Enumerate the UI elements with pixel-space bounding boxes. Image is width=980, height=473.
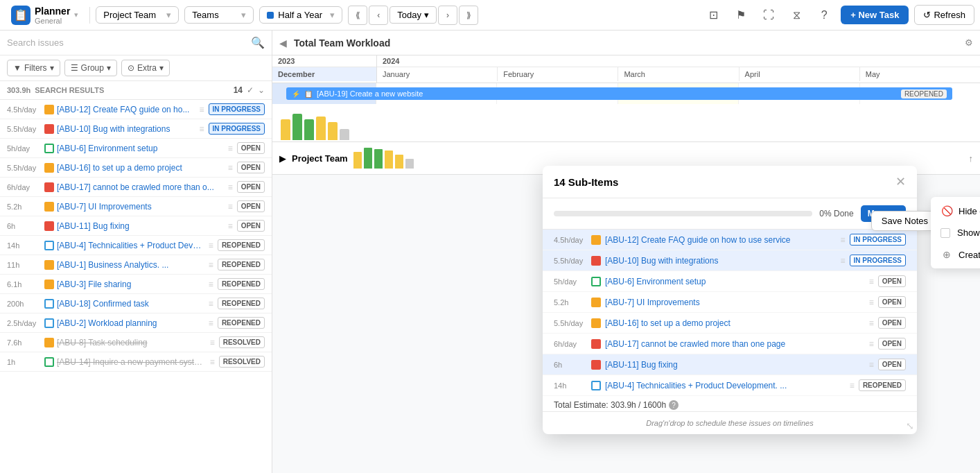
extra-icon: ⊙ — [128, 63, 134, 73]
task-title: [ABU-17] cannot be crawled more than o..… — [57, 182, 225, 192]
context-hide-closed[interactable]: 🚫 Hide closed — [931, 200, 980, 222]
task-time: 5.2h — [7, 203, 42, 211]
task-item[interactable]: 5.5h/day [ABU-16] to set up a demo proje… — [0, 158, 272, 178]
project-team-arrow[interactable]: ▶ — [279, 153, 286, 164]
new-task-button[interactable]: + New Task — [841, 6, 909, 24]
gantt-task-bar[interactable]: ⚡ 📋 [ABU-19] Create a new website REOPEN… — [286, 87, 952, 100]
search-icon[interactable]: 🔍 — [251, 36, 265, 49]
group-label: Group — [81, 63, 104, 73]
hide-closed-label: Hide closed — [959, 206, 980, 216]
drag-handle-icon: ≡ — [209, 241, 213, 250]
modal-list-item[interactable]: 5.5h/day [ABU-10] Bug with integrations … — [543, 250, 917, 271]
task-item[interactable]: 1h [ABU-14] Inquire a new payment system… — [0, 352, 272, 372]
modal-item-status: OPEN — [878, 275, 906, 287]
task-item[interactable]: 7.6h [ABU-8] Task scheduling ≡ RESOLVED — [0, 333, 272, 352]
collapse-btn[interactable]: ◀ — [279, 37, 287, 49]
task-item[interactable]: 4.5h/day [ABU-12] Create FAQ guide on ho… — [0, 100, 272, 119]
today-btn[interactable]: Today ▾ — [390, 6, 437, 24]
filters-button[interactable]: ▼ Filters ▾ — [7, 60, 60, 76]
sub-items-modal: 14 Sub-Items ✕ 0% Done More ••• 4.5h/day… — [543, 166, 917, 434]
task-title: [ABU-6] Environment setup — [57, 144, 225, 153]
month-mar: March — [618, 67, 739, 81]
mini-bar-2 — [364, 148, 372, 169]
workload-bar-6 — [340, 129, 349, 140]
modal-footer: Drag'n'drop to schedule these issues on … — [543, 411, 917, 434]
search-input[interactable] — [7, 37, 251, 48]
export-icon[interactable]: ↑ — [969, 153, 974, 164]
status-badge: RESOLVED — [219, 336, 265, 348]
show-left-panel-checkbox[interactable] — [940, 228, 950, 238]
save-notes-button[interactable]: Save Notes — [871, 211, 938, 231]
modal-close-btn[interactable]: ✕ — [895, 174, 906, 189]
modal-footer-estimate: Total Estimate: 303.9h / 1600h ? — [543, 396, 917, 411]
modal-item-status: OPEN — [878, 359, 906, 370]
modal-resize-handle[interactable]: ⤡ — [906, 420, 914, 431]
modal-list-item[interactable]: 5.5h/day [ABU-16] to set up a demo proje… — [543, 313, 917, 334]
modal-list-item[interactable]: 14h [ABU-4] Technicalities + Product Dev… — [543, 375, 917, 396]
progress-text: 0% Done — [819, 209, 853, 218]
year-2023-label: 2023 — [272, 55, 376, 67]
flag-icon[interactable]: ⚑ — [730, 4, 752, 26]
half-year-chevron: ▾ — [330, 10, 335, 20]
gantt-task-row-1: ⚡ 📋 [ABU-19] Create a new website REOPEN… — [272, 83, 980, 104]
nav-next-btn[interactable]: › — [438, 6, 457, 25]
info-icon: ? — [669, 400, 679, 410]
task-item[interactable]: 11h [ABU-1] Business Analytics. ... ≡ RE… — [0, 255, 272, 275]
drag-handle-icon: ≡ — [210, 357, 215, 367]
modal-item-title: [ABU-6] Environment setup — [605, 277, 865, 286]
modal-title: 14 Sub-Items — [554, 176, 618, 188]
screen-icon[interactable]: ⊡ — [702, 4, 724, 26]
refresh-button[interactable]: ↺ Refresh — [914, 5, 974, 25]
task-item[interactable]: 5.2h [ABU-7] UI Improvements ≡ OPEN — [0, 197, 272, 216]
nav-last-btn[interactable]: ⟫ — [459, 6, 478, 25]
status-badge: IN PROGRESS — [209, 103, 265, 115]
status-badge: OPEN — [237, 142, 265, 154]
context-show-left-panel[interactable]: Show on Left Panel — [931, 222, 980, 243]
group-button[interactable]: ☰ Group ▾ — [64, 60, 117, 76]
half-year-label: Half a Year — [278, 10, 322, 20]
task-item[interactable]: 5h/day [ABU-6] Environment setup ≡ OPEN — [0, 139, 272, 158]
drag-handle-icon: ≡ — [200, 124, 204, 134]
gantt-title: Total Team Workload — [294, 37, 390, 49]
modal-list-item[interactable]: 6h [ABU-11] Bug fixing ≡ OPEN — [543, 354, 917, 375]
task-title: [ABU-10] Bug with integrations — [57, 124, 197, 134]
today-chevron: ▾ — [424, 10, 429, 20]
nav-first-btn[interactable]: ⟪ — [348, 6, 367, 25]
task-item[interactable]: 6h/day [ABU-17] cannot be crawled more t… — [0, 178, 272, 197]
task-item[interactable]: 2.5h/day [ABU-2] Workload planning ≡ REO… — [0, 313, 272, 333]
task-item[interactable]: 14h [ABU-4] Technicalities + Product Dev… — [0, 236, 272, 255]
nav-prev-btn[interactable]: ‹ — [369, 6, 388, 25]
mini-bar-3 — [374, 149, 383, 169]
drag-hint: Drag'n'drop to schedule these issues on … — [646, 419, 813, 427]
app-logo[interactable]: 📋 Planner General ▾ — [6, 3, 84, 28]
months-2023: December — [272, 67, 376, 81]
modal-list-item[interactable]: 5h/day [ABU-6] Environment setup ≡ OPEN — [543, 271, 917, 292]
refresh-icon: ↺ — [923, 10, 931, 20]
modal-list-item[interactable]: 5.2h [ABU-7] UI Improvements ≡ OPEN — [543, 292, 917, 313]
task-item[interactable]: 200h [ABU-18] Confirmed task ≡ REOPENED — [0, 294, 272, 313]
task-item[interactable]: 6h [ABU-11] Bug fixing ≡ OPEN — [0, 216, 272, 236]
filter-bar: ▼ Filters ▾ ☰ Group ▾ ⊙ Extra ▾ — [0, 55, 272, 81]
task-item[interactable]: 5.5h/day [ABU-10] Bug with integrations … — [0, 119, 272, 139]
task-bar-icon2: 📋 — [304, 90, 313, 98]
progress-bar-bg — [554, 211, 812, 216]
task-time: 11h — [7, 261, 42, 269]
drag-handle-icon: ≡ — [209, 260, 213, 270]
drag-handle-icon: ≡ — [841, 235, 846, 245]
task-item[interactable]: 6.1h [ABU-3] File sharing ≡ REOPENED — [0, 275, 272, 294]
project-team-select[interactable]: Project Team ▾ — [96, 6, 179, 24]
settings-icon[interactable]: ⚙ — [965, 37, 973, 48]
half-year-select[interactable]: Half a Year ▾ — [259, 6, 342, 24]
modal-list-item[interactable]: 6h/day [ABU-17] cannot be crawled more t… — [543, 334, 917, 354]
filter-icon[interactable]: ⧖ — [785, 4, 807, 26]
workload-bar-4 — [316, 117, 326, 140]
teams-select[interactable]: Teams ▾ — [184, 6, 254, 24]
drag-handle-icon: ≡ — [228, 163, 233, 173]
modal-list-item[interactable]: 4.5h/day [ABU-12] Create FAQ guide on ho… — [543, 230, 917, 250]
fullscreen-icon[interactable]: ⛶ — [758, 4, 780, 26]
drag-handle-icon: ≡ — [850, 381, 855, 390]
context-create-subtask[interactable]: ⊕ Create Sub-task — [931, 243, 980, 266]
drag-handle-icon: ≡ — [228, 221, 233, 231]
help-icon[interactable]: ? — [813, 4, 835, 26]
extra-button[interactable]: ⊙ Extra ▾ — [121, 60, 170, 76]
